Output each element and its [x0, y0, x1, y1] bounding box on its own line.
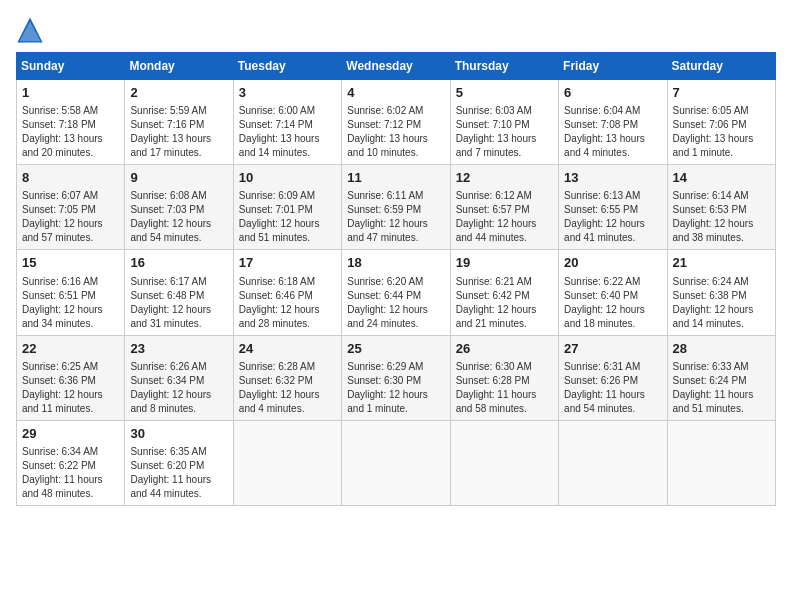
day-info: Sunrise: 6:02 AMSunset: 7:12 PMDaylight:… — [347, 104, 444, 160]
day-number: 22 — [22, 340, 119, 358]
day-info: Sunrise: 6:35 AMSunset: 6:20 PMDaylight:… — [130, 445, 227, 501]
day-number: 9 — [130, 169, 227, 187]
day-number: 11 — [347, 169, 444, 187]
day-info: Sunrise: 6:00 AMSunset: 7:14 PMDaylight:… — [239, 104, 336, 160]
calendar-header: SundayMondayTuesdayWednesdayThursdayFrid… — [17, 53, 776, 80]
day-number: 17 — [239, 254, 336, 272]
day-number: 7 — [673, 84, 770, 102]
day-number: 27 — [564, 340, 661, 358]
day-info: Sunrise: 6:29 AMSunset: 6:30 PMDaylight:… — [347, 360, 444, 416]
calendar-cell: 13Sunrise: 6:13 AMSunset: 6:55 PMDayligh… — [559, 165, 667, 250]
day-info: Sunrise: 6:24 AMSunset: 6:38 PMDaylight:… — [673, 275, 770, 331]
day-info: Sunrise: 6:12 AMSunset: 6:57 PMDaylight:… — [456, 189, 553, 245]
day-info: Sunrise: 6:34 AMSunset: 6:22 PMDaylight:… — [22, 445, 119, 501]
day-info: Sunrise: 5:58 AMSunset: 7:18 PMDaylight:… — [22, 104, 119, 160]
day-info: Sunrise: 6:14 AMSunset: 6:53 PMDaylight:… — [673, 189, 770, 245]
calendar-body: 1Sunrise: 5:58 AMSunset: 7:18 PMDaylight… — [17, 80, 776, 506]
calendar-cell: 5Sunrise: 6:03 AMSunset: 7:10 PMDaylight… — [450, 80, 558, 165]
day-number: 28 — [673, 340, 770, 358]
calendar-cell: 2Sunrise: 5:59 AMSunset: 7:16 PMDaylight… — [125, 80, 233, 165]
column-header-friday: Friday — [559, 53, 667, 80]
day-number: 16 — [130, 254, 227, 272]
calendar-cell: 14Sunrise: 6:14 AMSunset: 6:53 PMDayligh… — [667, 165, 775, 250]
calendar-cell: 21Sunrise: 6:24 AMSunset: 6:38 PMDayligh… — [667, 250, 775, 335]
calendar-cell: 23Sunrise: 6:26 AMSunset: 6:34 PMDayligh… — [125, 335, 233, 420]
calendar-cell: 11Sunrise: 6:11 AMSunset: 6:59 PMDayligh… — [342, 165, 450, 250]
day-info: Sunrise: 6:09 AMSunset: 7:01 PMDaylight:… — [239, 189, 336, 245]
calendar-cell: 28Sunrise: 6:33 AMSunset: 6:24 PMDayligh… — [667, 335, 775, 420]
day-info: Sunrise: 6:04 AMSunset: 7:08 PMDaylight:… — [564, 104, 661, 160]
calendar-cell: 19Sunrise: 6:21 AMSunset: 6:42 PMDayligh… — [450, 250, 558, 335]
day-info: Sunrise: 6:26 AMSunset: 6:34 PMDaylight:… — [130, 360, 227, 416]
day-number: 3 — [239, 84, 336, 102]
calendar-cell: 10Sunrise: 6:09 AMSunset: 7:01 PMDayligh… — [233, 165, 341, 250]
calendar-cell: 15Sunrise: 6:16 AMSunset: 6:51 PMDayligh… — [17, 250, 125, 335]
day-number: 29 — [22, 425, 119, 443]
day-number: 8 — [22, 169, 119, 187]
calendar-cell — [667, 420, 775, 505]
column-header-saturday: Saturday — [667, 53, 775, 80]
day-info: Sunrise: 6:25 AMSunset: 6:36 PMDaylight:… — [22, 360, 119, 416]
calendar-cell: 30Sunrise: 6:35 AMSunset: 6:20 PMDayligh… — [125, 420, 233, 505]
day-info: Sunrise: 6:22 AMSunset: 6:40 PMDaylight:… — [564, 275, 661, 331]
calendar-cell: 12Sunrise: 6:12 AMSunset: 6:57 PMDayligh… — [450, 165, 558, 250]
day-number: 4 — [347, 84, 444, 102]
day-number: 24 — [239, 340, 336, 358]
calendar-cell — [233, 420, 341, 505]
day-info: Sunrise: 6:20 AMSunset: 6:44 PMDaylight:… — [347, 275, 444, 331]
day-info: Sunrise: 6:03 AMSunset: 7:10 PMDaylight:… — [456, 104, 553, 160]
calendar-cell: 22Sunrise: 6:25 AMSunset: 6:36 PMDayligh… — [17, 335, 125, 420]
svg-marker-1 — [20, 22, 41, 42]
day-info: Sunrise: 5:59 AMSunset: 7:16 PMDaylight:… — [130, 104, 227, 160]
calendar-cell — [559, 420, 667, 505]
calendar-cell: 9Sunrise: 6:08 AMSunset: 7:03 PMDaylight… — [125, 165, 233, 250]
day-number: 12 — [456, 169, 553, 187]
calendar-cell — [342, 420, 450, 505]
day-info: Sunrise: 6:11 AMSunset: 6:59 PMDaylight:… — [347, 189, 444, 245]
calendar-cell: 26Sunrise: 6:30 AMSunset: 6:28 PMDayligh… — [450, 335, 558, 420]
day-info: Sunrise: 6:07 AMSunset: 7:05 PMDaylight:… — [22, 189, 119, 245]
column-header-monday: Monday — [125, 53, 233, 80]
day-number: 26 — [456, 340, 553, 358]
day-number: 21 — [673, 254, 770, 272]
day-number: 15 — [22, 254, 119, 272]
day-info: Sunrise: 6:21 AMSunset: 6:42 PMDaylight:… — [456, 275, 553, 331]
day-info: Sunrise: 6:28 AMSunset: 6:32 PMDaylight:… — [239, 360, 336, 416]
calendar-week-2: 8Sunrise: 6:07 AMSunset: 7:05 PMDaylight… — [17, 165, 776, 250]
calendar-cell: 3Sunrise: 6:00 AMSunset: 7:14 PMDaylight… — [233, 80, 341, 165]
calendar-cell — [450, 420, 558, 505]
calendar-cell: 4Sunrise: 6:02 AMSunset: 7:12 PMDaylight… — [342, 80, 450, 165]
calendar-cell: 24Sunrise: 6:28 AMSunset: 6:32 PMDayligh… — [233, 335, 341, 420]
calendar-cell: 25Sunrise: 6:29 AMSunset: 6:30 PMDayligh… — [342, 335, 450, 420]
calendar-cell: 27Sunrise: 6:31 AMSunset: 6:26 PMDayligh… — [559, 335, 667, 420]
calendar-week-5: 29Sunrise: 6:34 AMSunset: 6:22 PMDayligh… — [17, 420, 776, 505]
logo-icon — [16, 16, 44, 44]
day-number: 1 — [22, 84, 119, 102]
column-header-thursday: Thursday — [450, 53, 558, 80]
calendar-week-3: 15Sunrise: 6:16 AMSunset: 6:51 PMDayligh… — [17, 250, 776, 335]
calendar-cell: 6Sunrise: 6:04 AMSunset: 7:08 PMDaylight… — [559, 80, 667, 165]
day-number: 10 — [239, 169, 336, 187]
day-info: Sunrise: 6:05 AMSunset: 7:06 PMDaylight:… — [673, 104, 770, 160]
page-header — [16, 16, 776, 44]
column-header-wednesday: Wednesday — [342, 53, 450, 80]
header-row: SundayMondayTuesdayWednesdayThursdayFrid… — [17, 53, 776, 80]
day-number: 13 — [564, 169, 661, 187]
column-header-tuesday: Tuesday — [233, 53, 341, 80]
day-info: Sunrise: 6:16 AMSunset: 6:51 PMDaylight:… — [22, 275, 119, 331]
calendar-cell: 18Sunrise: 6:20 AMSunset: 6:44 PMDayligh… — [342, 250, 450, 335]
calendar-cell: 29Sunrise: 6:34 AMSunset: 6:22 PMDayligh… — [17, 420, 125, 505]
calendar-cell: 8Sunrise: 6:07 AMSunset: 7:05 PMDaylight… — [17, 165, 125, 250]
day-info: Sunrise: 6:17 AMSunset: 6:48 PMDaylight:… — [130, 275, 227, 331]
day-info: Sunrise: 6:18 AMSunset: 6:46 PMDaylight:… — [239, 275, 336, 331]
calendar-cell: 17Sunrise: 6:18 AMSunset: 6:46 PMDayligh… — [233, 250, 341, 335]
day-info: Sunrise: 6:33 AMSunset: 6:24 PMDaylight:… — [673, 360, 770, 416]
day-info: Sunrise: 6:13 AMSunset: 6:55 PMDaylight:… — [564, 189, 661, 245]
calendar-cell: 7Sunrise: 6:05 AMSunset: 7:06 PMDaylight… — [667, 80, 775, 165]
day-number: 20 — [564, 254, 661, 272]
calendar-cell: 1Sunrise: 5:58 AMSunset: 7:18 PMDaylight… — [17, 80, 125, 165]
day-number: 18 — [347, 254, 444, 272]
day-number: 2 — [130, 84, 227, 102]
calendar-cell: 16Sunrise: 6:17 AMSunset: 6:48 PMDayligh… — [125, 250, 233, 335]
logo — [16, 16, 48, 44]
